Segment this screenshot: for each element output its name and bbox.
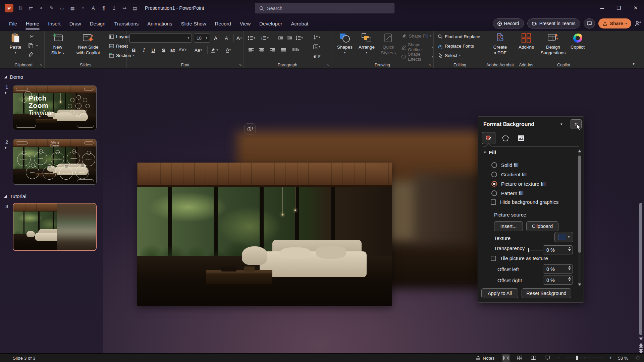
tab-home[interactable]: Home [21, 16, 44, 31]
scroll-down-icon[interactable] [639, 338, 643, 340]
increase-indent-button[interactable] [285, 34, 294, 42]
animation-star-icon[interactable]: ✦ [4, 91, 7, 95]
spinner-arrows-icon[interactable] [568, 247, 571, 251]
numbering-button[interactable]: 123 ▾ [261, 34, 269, 42]
shapes-button[interactable]: Shapes ▾ [335, 32, 355, 54]
spinner-arrows-icon[interactable] [568, 277, 571, 281]
record-button[interactable]: Record [493, 18, 524, 28]
replace-fonts-button[interactable]: A Replace Fonts [437, 43, 474, 49]
apply-to-all-button[interactable]: Apply to All [481, 288, 518, 298]
highlight-color-button[interactable]: ▾ [210, 46, 219, 54]
texture-dropdown[interactable]: ▾ [554, 232, 573, 242]
effects-tab[interactable] [499, 132, 512, 144]
tab-insert[interactable]: Insert [44, 16, 65, 31]
font-color-button[interactable]: A▾ [224, 46, 233, 54]
dialog-launcher-icon[interactable]: ⇘ [429, 63, 432, 67]
placeholder-icon[interactable]: ▭ [59, 5, 65, 11]
solid-fill-option[interactable]: Solid fill [491, 162, 519, 168]
slide-picture[interactable] [137, 163, 392, 306]
line-spacing-button[interactable]: ▾ [295, 34, 304, 42]
hide-background-graphics-option[interactable]: Hide background graphics [491, 199, 558, 205]
dialog-launcher-icon[interactable]: ⇘ [239, 63, 242, 67]
offset-left-spinner[interactable]: 0 % [543, 264, 573, 274]
align-text-button[interactable]: ▾ [312, 42, 321, 51]
shape-effects-button[interactable]: Shape Effects▾ [401, 52, 433, 62]
zoom-slider-thumb[interactable] [576, 356, 578, 360]
wrap-text-icon[interactable]: ↦ [121, 5, 127, 11]
section-header-tutorial[interactable]: Tutorial [4, 193, 26, 199]
move-icon[interactable]: ⌖ [38, 5, 44, 11]
clear-formatting-button[interactable]: A◇ [235, 34, 244, 42]
strikethrough-button[interactable]: ab [168, 46, 177, 54]
scroll-down-icon[interactable] [578, 284, 581, 286]
picture-tab[interactable] [514, 132, 528, 144]
tab-draw[interactable]: Draw [65, 16, 86, 31]
slide-thumbnail-1[interactable]: Pitch Zoom Template [13, 85, 97, 130]
align-center-button[interactable] [257, 46, 266, 54]
new-slide-button[interactable]: New Slide ▾ [47, 32, 68, 56]
add-ins-button[interactable]: Add-ins [516, 32, 536, 50]
cut-icon[interactable]: ✂ [29, 34, 35, 40]
tab-file[interactable]: File [5, 16, 21, 31]
zoom-in-button[interactable]: + [609, 355, 612, 361]
minimize-button[interactable]: ─ [594, 0, 610, 16]
chart-icon[interactable]: ▤ [132, 5, 138, 11]
pane-scrollbar[interactable] [578, 149, 581, 287]
zoom-out-button[interactable]: − [557, 355, 560, 361]
distribute-vertical-icon[interactable]: ⇅ [17, 5, 23, 11]
text-shadow-button[interactable]: S [159, 46, 168, 54]
section-header-demo[interactable]: Demo [4, 74, 23, 80]
slide-thumbnail-2[interactable]: Table ofContents Our Mission Science Bus… [13, 139, 97, 185]
tab-developer[interactable]: Developer [255, 16, 286, 31]
slideshow-view-button[interactable] [543, 354, 551, 362]
tab-record[interactable]: Record [210, 16, 235, 31]
font-icon[interactable]: A [90, 5, 96, 11]
slider-thumb[interactable] [528, 248, 529, 252]
scrollbar-thumb[interactable] [578, 156, 581, 253]
search-box[interactable] [255, 3, 394, 13]
spinner-arrows-icon[interactable] [568, 266, 571, 270]
previous-slide-button[interactable] [639, 343, 643, 348]
paragraph-icon[interactable]: ¶ [101, 5, 107, 11]
tab-slideshow[interactable]: Slide Show [176, 16, 210, 31]
scroll-up-icon[interactable] [578, 150, 581, 152]
canvas-vertical-scrollbar[interactable] [639, 203, 642, 335]
copilot-button[interactable]: Copilot [568, 32, 587, 50]
offset-right-spinner[interactable]: 0 % [543, 276, 573, 285]
tab-design[interactable]: Design [86, 16, 110, 31]
zoom-level[interactable]: 53 % [618, 356, 628, 361]
shape-fill-button[interactable]: Shape Fill▾ [401, 33, 431, 39]
dialog-launcher-icon[interactable]: ⇘ [327, 63, 329, 67]
text-direction-icon[interactable]: ↥ [111, 5, 117, 11]
shape-outline-button[interactable]: Shape Outline▾ [401, 42, 433, 52]
fill-tab[interactable] [482, 132, 495, 144]
font-name-combo[interactable]: ▾ [129, 34, 192, 43]
reading-view-button[interactable] [529, 354, 538, 362]
tile-picture-option[interactable]: Tile picture as texture [491, 255, 548, 261]
smartart-button[interactable]: ▾ [312, 52, 321, 60]
pane-options-chevron-icon[interactable]: ▾ [560, 122, 562, 126]
comments-button[interactable] [584, 18, 595, 28]
insert-picture-button[interactable]: Insert... [494, 221, 523, 231]
normal-view-button[interactable] [502, 354, 510, 362]
dialog-launcher-icon[interactable]: ⇘ [40, 63, 43, 67]
fit-to-window-button[interactable] [634, 354, 642, 362]
italic-button[interactable]: I [140, 46, 148, 54]
align-right-button[interactable] [268, 46, 277, 54]
next-slide-button[interactable] [639, 349, 643, 354]
crop-icon[interactable]: ▦ [69, 5, 75, 11]
quick-styles-button[interactable]: QuickStyles ▾ [378, 32, 398, 56]
collapse-ribbon-icon[interactable]: ▾ [633, 62, 635, 66]
underline-button[interactable]: U [149, 46, 158, 54]
tab-acrobat[interactable]: Acrobat [286, 16, 313, 31]
zoom-slider[interactable] [566, 358, 603, 358]
decrease-indent-button[interactable] [276, 34, 285, 42]
create-pdf-button[interactable]: Createa PDF [490, 32, 511, 56]
change-case-button[interactable]: Aa▾ [194, 46, 203, 54]
present-in-teams-button[interactable]: T Present in Teams [527, 18, 580, 28]
columns-button[interactable]: ▾ [291, 46, 300, 54]
transparency-spinner[interactable]: 0 % [543, 245, 573, 254]
distribute-horizontal-icon[interactable]: ⇄ [28, 5, 34, 11]
font-size-combo[interactable]: 18▾ [194, 34, 210, 43]
paste-button[interactable]: Paste ▾ [6, 32, 25, 54]
